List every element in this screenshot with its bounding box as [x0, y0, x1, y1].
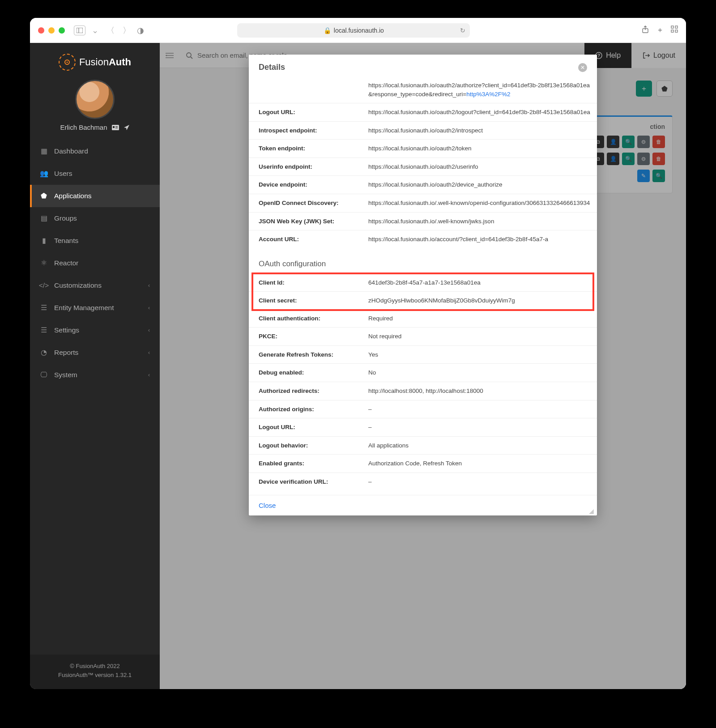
modal-title: Details: [259, 63, 285, 72]
sidebar-item-system[interactable]: 🖵System‹: [30, 364, 160, 386]
table-row: Account URL:https://local.fusionauth.io/…: [249, 230, 597, 248]
table-row: Userinfo endpoint:https://local.fusionau…: [249, 158, 597, 176]
table-row: Logout URL:https://local.fusionauth.io/o…: [249, 103, 597, 122]
address-bar[interactable]: 🔒 local.fusionauth.io ↻: [237, 23, 470, 38]
window-close[interactable]: [38, 27, 44, 34]
table-row: Authorized origins:–: [249, 400, 597, 418]
sidebar-item-users[interactable]: 👥Users: [30, 162, 160, 185]
nav-forward-icon[interactable]: 〉: [121, 25, 132, 36]
building-icon: ▮: [40, 237, 48, 245]
oauth-section-title: OAuth configuration: [249, 248, 597, 274]
sidebar-item-entity-management[interactable]: ☰Entity Management‹: [30, 297, 160, 319]
lock-icon: 🔒: [324, 27, 331, 34]
sidebar-toggle-icon[interactable]: [74, 26, 85, 35]
sidebar-item-customizations[interactable]: </>Customizations‹: [30, 274, 160, 297]
tab-overview-icon[interactable]: [671, 26, 678, 35]
sidebar-item-groups[interactable]: ▤Groups: [30, 207, 160, 230]
avatar[interactable]: [75, 80, 115, 119]
table-row: Client authentication:Required: [249, 310, 597, 328]
users-icon: 👥: [40, 170, 48, 178]
table-row: Generate Refresh Tokens:Yes: [249, 345, 597, 364]
table-row: OpenID Connect Discovery:https://local.f…: [249, 194, 597, 212]
svg-rect-0: [77, 28, 83, 33]
client-credentials-table: Client Id:641def3b-2b8f-45a7-a1a7-13e156…: [249, 274, 597, 310]
svg-rect-3: [671, 26, 673, 28]
table-row: Introspect endpoint:https://local.fusion…: [249, 121, 597, 140]
address-text: local.fusionauth.io: [334, 27, 384, 34]
location-arrow-icon[interactable]: [124, 124, 130, 131]
sidebar: FusionAuth Erlich Bachman ▦Dashboard 👥Us…: [30, 43, 160, 689]
sidebar-item-applications[interactable]: ⬟Applications: [30, 185, 160, 207]
client-secret-value: zHOdgGyysHlwboo6KNMofaBbijZ0Gb8vDduiyyWi…: [358, 292, 597, 310]
privacy-shield-icon[interactable]: ◑: [137, 26, 144, 35]
chevron-left-icon: ‹: [148, 372, 150, 378]
modal-body[interactable]: https://local.fusionauth.io/oauth2/autho…: [249, 77, 597, 495]
svg-point-8: [66, 62, 68, 63]
username: Erlich Bachman: [60, 123, 107, 131]
oauth-config-table: Client authentication:Required PKCE:Not …: [249, 310, 597, 491]
svg-rect-4: [675, 26, 678, 28]
monitor-icon: 🖵: [40, 371, 48, 379]
resize-handle-icon[interactable]: ◢: [589, 507, 595, 514]
modal-close-button[interactable]: ✕: [578, 63, 587, 72]
new-tab-icon[interactable]: ＋: [656, 26, 664, 35]
logo-text: FusionAuth: [79, 56, 131, 68]
table-row: Client secret:zHOdgGyysHlwboo6KNMofaBbij…: [249, 292, 597, 310]
browser-title-bar: ⌄ 〈 〉 ◑ 🔒 local.fusionauth.io ↻ ＋: [30, 18, 686, 43]
sidebar-item-dashboard[interactable]: ▦Dashboard: [30, 140, 160, 162]
sidebar-item-tenants[interactable]: ▮Tenants: [30, 230, 160, 252]
table-row: Enabled grants:Authorization Code, Refre…: [249, 455, 597, 473]
svg-rect-6: [675, 30, 678, 32]
sidebar-item-reactor[interactable]: ⚛Reactor: [30, 252, 160, 274]
dashboard-icon: ▦: [40, 147, 48, 155]
logo-icon: [59, 54, 76, 71]
code-icon: </>: [40, 281, 48, 289]
svg-rect-5: [671, 30, 673, 32]
groups-icon: ▤: [40, 214, 48, 222]
chevron-left-icon: ‹: [148, 327, 150, 333]
share-icon[interactable]: [641, 26, 649, 35]
window-minimize[interactable]: [48, 27, 55, 34]
logo: FusionAuth: [30, 43, 160, 76]
id-card-icon[interactable]: [112, 125, 119, 130]
table-row: Client Id:641def3b-2b8f-45a7-a1a7-13e156…: [249, 274, 597, 292]
table-row: Authorized redirects:http://localhost:80…: [249, 382, 597, 400]
reload-icon[interactable]: ↻: [460, 27, 465, 34]
details-table-top: https://local.fusionauth.io/oauth2/autho…: [249, 77, 597, 248]
table-row: Logout URL:–: [249, 418, 597, 437]
chevron-left-icon: ‹: [148, 282, 150, 289]
sidebar-item-reports[interactable]: ◔Reports‹: [30, 341, 160, 364]
atom-icon: ⚛: [40, 259, 48, 267]
pie-icon: ◔: [40, 349, 48, 357]
window-maximize[interactable]: [59, 27, 65, 34]
chevron-left-icon: ‹: [148, 305, 150, 311]
table-row: Device verification URL:–: [249, 473, 597, 490]
sidebar-item-settings[interactable]: ☰Settings‹: [30, 319, 160, 341]
table-row: Debug enabled:No: [249, 364, 597, 382]
sliders-icon: ☰: [40, 326, 48, 334]
cube-icon: ⬟: [40, 192, 48, 200]
sidebar-footer: © FusionAuth 2022 FusionAuth™ version 1.…: [30, 655, 160, 689]
details-modal: Details ✕ https://local.fusionauth.io/oa…: [249, 55, 597, 515]
svg-rect-10: [113, 126, 115, 128]
browser-window: ⌄ 〈 〉 ◑ 🔒 local.fusionauth.io ↻ ＋ Fu: [30, 18, 686, 689]
main: ? Help Logout ＋ ⬟ ction: [160, 43, 686, 689]
sidebar-nav: ▦Dashboard 👥Users ⬟Applications ▤Groups …: [30, 140, 160, 386]
redirect-uri-link[interactable]: http%3A%2F%2: [466, 91, 510, 98]
chevron-left-icon: ‹: [148, 349, 150, 356]
close-button[interactable]: Close: [259, 502, 276, 509]
copyright: © FusionAuth 2022: [30, 662, 160, 671]
list-icon: ☰: [40, 304, 48, 312]
table-row: JSON Web Key (JWK) Set:https://local.fus…: [249, 212, 597, 230]
version: FusionAuth™ version 1.32.1: [30, 671, 160, 680]
table-row: Token endpoint:https://local.fusionauth.…: [249, 140, 597, 158]
authorize-url: https://local.fusionauth.io/oauth2/autho…: [358, 77, 597, 103]
table-row: Logout behavior:All applications: [249, 436, 597, 455]
traffic-lights: [38, 27, 65, 34]
table-row: PKCE:Not required: [249, 328, 597, 346]
client-credentials-highlight: Client Id:641def3b-2b8f-45a7-a1a7-13e156…: [249, 274, 597, 310]
client-id-value: 641def3b-2b8f-45a7-a1a7-13e1568a01ea: [358, 274, 597, 292]
table-row: https://local.fusionauth.io/oauth2/autho…: [249, 77, 597, 103]
nav-back-icon[interactable]: 〈: [105, 25, 116, 36]
chevron-down-icon[interactable]: ⌄: [90, 26, 100, 35]
